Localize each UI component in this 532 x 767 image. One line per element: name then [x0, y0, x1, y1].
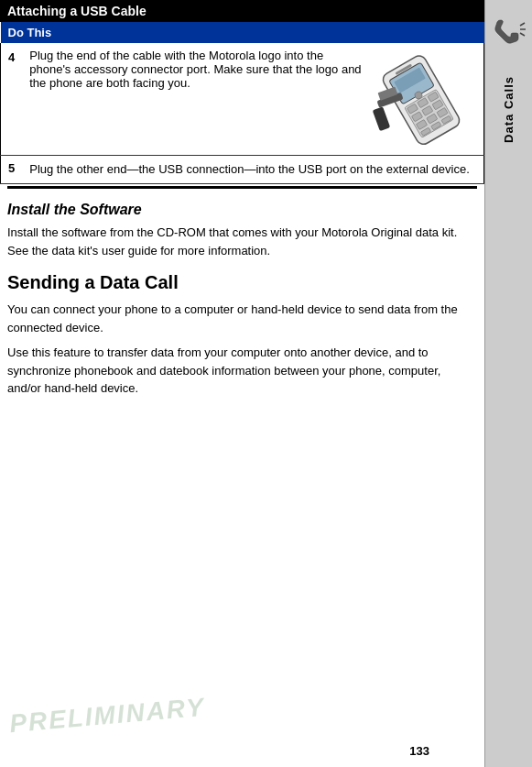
page-number: 133	[409, 744, 429, 758]
table-header-text: Do This	[8, 26, 52, 39]
table-row: 4 Plug the end of the cable with the Mot…	[1, 43, 484, 156]
page-title: Attaching a USB Cable	[0, 0, 484, 22]
section2-body2: Use this feature to transfer data from y…	[7, 344, 477, 398]
section2-heading: Sending a Data Call	[7, 272, 477, 293]
section1-heading: Install the Software	[7, 202, 477, 218]
step-5-description: Plug the other end—the USB connection—in…	[29, 162, 470, 176]
watermark-text: PRELIMINARY	[8, 693, 206, 740]
do-this-table: Do This 4 Plug the end of the cable with…	[0, 22, 484, 184]
step-4-description: Plug the end of the cable with the Motor…	[29, 49, 361, 90]
sidebar-handset-icon	[493, 18, 526, 55]
svg-line-21	[520, 23, 525, 26]
svg-rect-20	[373, 106, 390, 131]
phone-illustration	[370, 49, 480, 149]
page-title-text: Attaching a USB Cable	[7, 4, 147, 18]
page-container: Attaching a USB Cable Do This 4	[0, 0, 532, 767]
step-number-4: 4	[8, 50, 18, 64]
table-row: 5 Plug the other end—the USB connection—…	[1, 156, 484, 184]
svg-line-23	[520, 33, 525, 36]
main-content: Attaching a USB Cable Do This 4	[0, 0, 484, 767]
table-header: Do This	[1, 22, 484, 43]
right-sidebar: Data Calls	[484, 0, 532, 767]
section-divider-single	[7, 188, 477, 189]
sidebar-label: Data Calls	[502, 76, 516, 143]
sidebar-phone-icon	[493, 18, 526, 58]
step-4-content: Plug the end of the cable with the Motor…	[29, 49, 480, 149]
phone-svg-icon	[370, 49, 480, 149]
section2-body1: You can connect your phone to a computer…	[7, 301, 477, 336]
step-4-text: Plug the end of the cable with the Motor…	[29, 49, 363, 90]
step-number-5: 5	[8, 161, 18, 175]
section1-body: Install the software from the CD-ROM tha…	[7, 224, 477, 259]
